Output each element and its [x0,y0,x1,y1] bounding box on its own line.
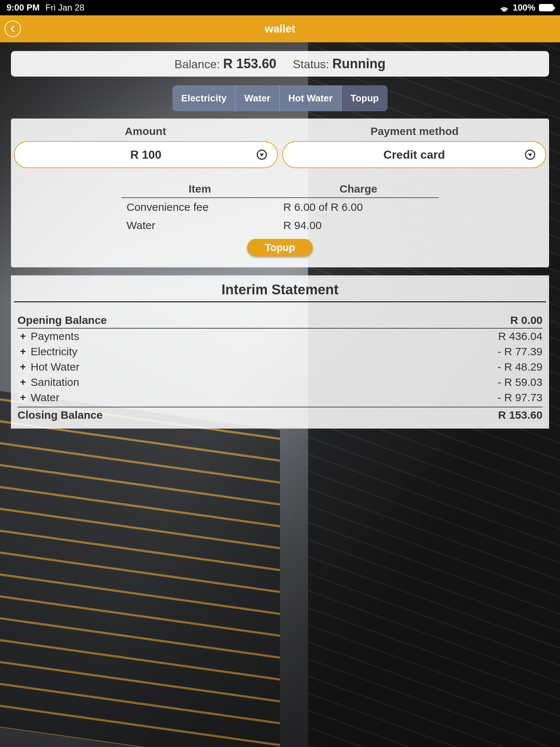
table-row: Water R 94.00 [121,216,439,235]
topup-panel: Amount Payment method R 100 Credit card … [11,119,549,267]
tab-electricity[interactable]: Electricity [172,85,236,111]
battery-icon [539,4,553,11]
expand-icon[interactable]: + [18,392,28,403]
amount-selector[interactable]: R 100 [14,141,278,168]
statement-item-value: - R 48.29 [498,361,542,373]
charge-cell: R 94.00 [278,219,439,232]
statement-item-label: Water [31,391,59,404]
balance-value: R 153.60 [223,56,276,71]
statement-item-value: R 436.04 [498,330,542,342]
item-cell: Water [121,219,278,232]
amount-value: R 100 [130,148,161,162]
nav-bar: wallet [0,15,560,42]
tab-hot-water[interactable]: Hot Water [280,85,342,111]
payment-method-selector[interactable]: Credit card [282,141,546,168]
statement-item-row: + Electricity - R 77.39 [11,344,549,359]
payment-method-label: Payment method [280,123,549,141]
table-row: Convenience fee R 6.00 of R 6.00 [121,198,439,216]
balance-status-card: Balance: R 153.60 Status: Running [11,51,549,77]
expand-icon[interactable]: + [18,361,28,372]
statement-item-label: Hot Water [31,361,79,373]
status-date: Fri Jan 28 [46,3,85,13]
charge-table: Item Charge Convenience fee R 6.00 of R … [121,183,439,235]
closing-balance-value: R 153.60 [498,409,542,421]
charge-cell: R 6.00 of R 6.00 [278,201,439,213]
statement-item-value: - R 97.73 [498,391,542,404]
statement-item-value: - R 77.39 [498,345,542,358]
statement-item-label: Electricity [31,345,77,358]
statement-item-row: + Water - R 97.73 [11,390,549,405]
status-time: 9:00 PM [7,3,40,13]
chevron-down-icon [525,150,535,160]
chevron-down-icon [257,150,267,160]
status-bar: 9:00 PM Fri Jan 28 100% [0,0,560,15]
item-header: Item [121,183,278,195]
tab-bar: Electricity Water Hot Water Topup [11,85,549,111]
wifi-icon [499,4,509,11]
topup-button[interactable]: Topup [247,239,312,256]
tab-water[interactable]: Water [236,85,279,111]
status-value: Running [332,56,385,71]
page-title: wallet [265,23,295,35]
status-label: Status: [293,58,332,71]
tab-topup[interactable]: Topup [342,85,387,111]
payment-method-value: Credit card [384,148,445,162]
opening-balance-row: Opening Balance R 0.00 [18,313,542,329]
balance-label: Balance: [175,58,223,71]
amount-label: Amount [11,123,280,141]
expand-icon[interactable]: + [18,331,28,342]
statement-item-row: + Sanitation - R 59.03 [11,375,549,390]
expand-icon[interactable]: + [18,346,28,357]
expand-icon[interactable]: + [18,377,28,388]
battery-percent: 100% [513,3,535,13]
opening-balance-label: Opening Balance [18,314,107,326]
statement-item-label: Sanitation [31,376,79,388]
statement-item-row: + Payments R 436.04 [11,329,549,344]
statement-item-value: - R 59.03 [498,376,542,388]
statement-item-row: + Hot Water - R 48.29 [11,359,549,375]
opening-balance-value: R 0.00 [510,314,542,326]
statement-title: Interim Statement [14,282,546,302]
closing-balance-row: Closing Balance R 153.60 [11,407,549,423]
item-cell: Convenience fee [121,201,278,213]
charge-header: Charge [278,183,439,195]
interim-statement: Interim Statement Opening Balance R 0.00… [11,275,549,429]
closing-balance-label: Closing Balance [18,409,102,421]
statement-item-label: Payments [31,330,79,342]
back-arrow-icon [9,25,17,33]
back-button[interactable] [4,20,21,37]
